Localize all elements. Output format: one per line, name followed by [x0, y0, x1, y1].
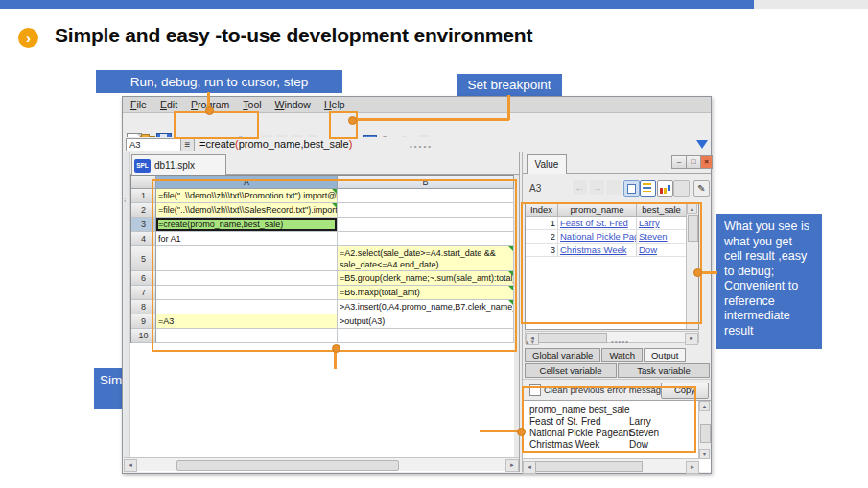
record-view-icon[interactable]	[640, 180, 656, 197]
bottom-tabs-2: Cellset variableTask variable	[525, 363, 710, 378]
export-icon	[673, 180, 690, 197]
collapse-expand-icons[interactable]: ▴▾	[526, 338, 536, 346]
tab-global-variable[interactable]: Global variable	[525, 348, 600, 362]
scroll-thumb[interactable]	[535, 461, 643, 472]
sheet-hscroll[interactable]: ◄ ►	[124, 457, 519, 471]
connector-realtime	[480, 430, 521, 432]
value-tab[interactable]: Value	[527, 154, 567, 174]
scroll-thumb[interactable]	[700, 424, 711, 443]
top-accent-bar	[0, 0, 754, 9]
title-bullet-icon: ›	[18, 28, 38, 48]
equals-button[interactable]: ≡	[180, 138, 195, 151]
file-tab[interactable]: SPL db11.splx	[131, 154, 226, 175]
highlight-output	[522, 386, 696, 453]
connector-dot	[205, 106, 214, 115]
scroll-up-icon[interactable]: ▲	[699, 401, 710, 411]
output-hscroll[interactable]: ◄ ►	[523, 458, 699, 472]
bottom-tabs-1: Global variableWatchOutput	[525, 348, 686, 362]
panel-splitter[interactable]: ▴▾ •••••	[523, 341, 711, 348]
callout-run-debug: Run, debug, run to cursor, step	[96, 70, 342, 93]
connector-dot	[332, 344, 340, 353]
tab-watch[interactable]: Watch	[601, 348, 643, 362]
output-vscroll[interactable]: ▲ ▼	[698, 401, 711, 459]
chart-icon[interactable]	[657, 180, 673, 197]
back-icon: ←	[573, 180, 587, 195]
scroll-left-icon[interactable]: ◄	[523, 461, 536, 474]
connector-dot	[348, 116, 357, 125]
menu-edit[interactable]: Edit	[160, 99, 177, 110]
tab-cellset-variable[interactable]: Cellset variable	[525, 363, 617, 378]
menu-window[interactable]: Window	[275, 99, 311, 110]
scroll-left-icon[interactable]: ◄	[124, 459, 137, 472]
value-cell-ref: A3	[529, 183, 541, 194]
gutter-dots-icon: ⁞	[124, 196, 126, 204]
edit-pen-icon[interactable]: ✎	[693, 180, 710, 197]
formula-close-paren: )	[349, 138, 353, 150]
formula-pre: =create	[199, 138, 235, 150]
splitter-dots: •••••	[611, 337, 629, 346]
connector-breakpoint-h	[353, 118, 509, 121]
file-tab-label: db11.splx	[154, 160, 195, 171]
formula-expand-icon[interactable]	[696, 140, 708, 149]
menu-help[interactable]: Help	[324, 99, 345, 110]
left-splitter[interactable]: ⁞	[124, 152, 130, 472]
close-icon[interactable]: ×	[700, 155, 713, 169]
connector-dot	[693, 268, 702, 277]
highlight-value-table	[521, 202, 702, 324]
menu-file[interactable]: File	[130, 99, 147, 110]
menu-tool[interactable]: Tool	[243, 99, 261, 110]
forward-icon: →	[590, 180, 604, 195]
connector-dot	[517, 428, 526, 436]
slide-root: › Simple and easy -to-use development en…	[0, 0, 868, 488]
chevron-glyph: ›	[26, 31, 31, 45]
callout-set-breakpoint: Set breakpoint	[457, 74, 562, 96]
highlight-grid	[152, 179, 517, 352]
formula-args: promo_name,best_sale	[239, 138, 349, 150]
spl-file-icon: SPL	[134, 159, 151, 173]
highlight-run-icons	[174, 111, 259, 139]
tab-output[interactable]: Output	[644, 348, 687, 362]
restore-icon[interactable]: □	[686, 155, 701, 169]
draw-icon	[606, 180, 621, 195]
top-accent-bar-right	[754, 0, 868, 9]
splitter-dots[interactable]: •••••	[410, 142, 433, 151]
scroll-right-icon[interactable]: ►	[686, 461, 699, 474]
connector-breakpoint-v	[507, 95, 510, 120]
scroll-right-icon[interactable]: ►	[505, 459, 519, 472]
formula-text[interactable]: =create(promo_name,best_sale)	[199, 138, 352, 150]
copy-data-icon[interactable]	[623, 180, 640, 197]
scroll-down-icon[interactable]: ▼	[699, 449, 710, 459]
minimize-icon[interactable]: –	[671, 155, 687, 169]
scroll-thumb[interactable]	[176, 460, 399, 471]
page-title: Simple and easy -to-use development envi…	[55, 24, 532, 47]
tab-task-variable[interactable]: Task variable	[618, 363, 710, 378]
cell-ref-box[interactable]: A3	[126, 138, 181, 151]
callout-wysiwyg: What you see is what you get cell result…	[716, 214, 822, 349]
